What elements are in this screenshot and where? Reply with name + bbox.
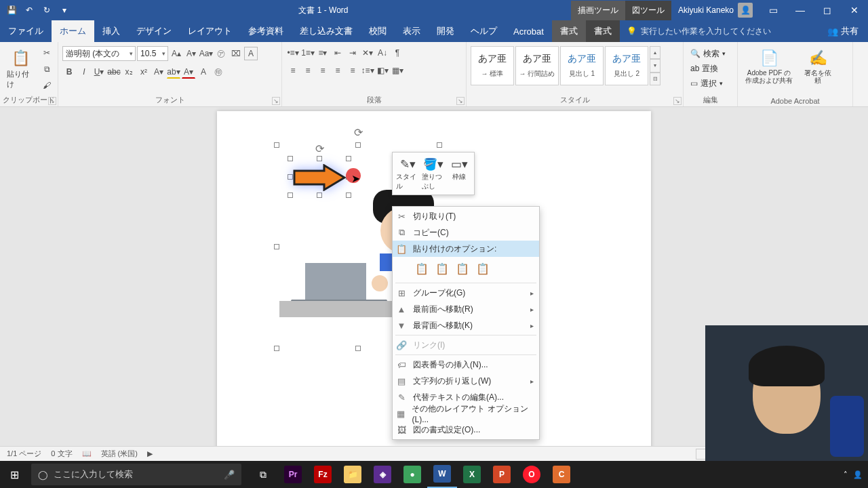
highlight-icon[interactable]: ab▾: [167, 65, 180, 79]
paragraph-dialog-launcher[interactable]: ↘: [456, 97, 465, 105]
style-expand[interactable]: ⊟: [650, 73, 660, 85]
tab-file[interactable]: ファイル: [0, 20, 52, 42]
paste-option-4[interactable]: 📋: [474, 260, 492, 277]
cut-icon[interactable]: ✂: [40, 46, 54, 60]
minimize-icon[interactable]: —: [787, 0, 814, 20]
share-button[interactable]: 👥 共有: [818, 20, 868, 42]
tab-layout[interactable]: レイアウト: [180, 20, 240, 42]
bold-icon[interactable]: B: [62, 65, 76, 79]
show-hide-icon[interactable]: ¶: [391, 46, 404, 60]
justify-icon[interactable]: ≡: [331, 64, 344, 77]
format-painter-icon[interactable]: 🖌: [40, 79, 54, 92]
tab-help[interactable]: ヘルプ: [462, 20, 505, 42]
underline-icon[interactable]: U▾: [92, 65, 106, 79]
menu-more-layout[interactable]: ▦その他のレイアウト オプション(L)...: [393, 405, 539, 422]
tab-mailings[interactable]: 差し込み文書: [292, 20, 361, 42]
redo-icon[interactable]: ↻: [39, 3, 54, 18]
line-spacing-icon[interactable]: ↕≡▾: [361, 64, 374, 77]
character-border-icon[interactable]: A: [244, 47, 258, 60]
enclose-char-icon[interactable]: ㊞: [212, 65, 225, 79]
align-left-icon[interactable]: ≡: [286, 64, 300, 77]
tab-home[interactable]: ホーム: [52, 20, 94, 42]
text-effects-icon[interactable]: A▾: [152, 65, 165, 79]
menu-copy[interactable]: ⧉コピー(C): [393, 224, 539, 241]
style-heading1[interactable]: あア亜見出し 1: [560, 46, 604, 85]
grow-font-icon[interactable]: A▴: [170, 47, 183, 60]
paste-button[interactable]: 📋 貼り付け: [4, 46, 37, 91]
style-scroll-down[interactable]: ▾: [650, 59, 660, 72]
maximize-icon[interactable]: ◻: [814, 0, 841, 20]
resize-handle[interactable]: [346, 156, 351, 161]
resize-handle[interactable]: [288, 192, 293, 198]
find-button[interactable]: 🔍検索▾: [688, 46, 728, 61]
change-case-icon[interactable]: Aa▾: [199, 47, 213, 60]
tray-up-icon[interactable]: ˄: [844, 470, 848, 479]
tab-insert[interactable]: 挿入: [94, 20, 128, 42]
mini-style-button[interactable]: ✎▾スタイル: [395, 155, 420, 192]
mini-fill-button[interactable]: 🪣▾塗りつぶし: [420, 155, 446, 192]
paste-option-2[interactable]: 📋: [433, 260, 451, 277]
decrease-indent-icon[interactable]: ⇤: [331, 46, 344, 60]
bullets-icon[interactable]: •≡▾: [286, 46, 300, 60]
tab-acrobat[interactable]: Acrobat: [505, 20, 552, 42]
tab-developer[interactable]: 開発: [429, 20, 462, 42]
subscript-icon[interactable]: x₂: [122, 65, 136, 79]
font-size-combo[interactable]: 10.5: [137, 46, 168, 61]
clear-formatting-icon[interactable]: ⌧: [229, 47, 243, 60]
replace-button[interactable]: ab置換: [688, 61, 721, 76]
resize-handle[interactable]: [288, 174, 293, 180]
shading-icon[interactable]: ◧▾: [376, 64, 389, 77]
font-dialog-launcher[interactable]: ↘: [272, 97, 280, 105]
asian-layout-icon[interactable]: ✕▾: [361, 46, 374, 60]
sort-icon[interactable]: A↓: [376, 46, 389, 60]
tab-design[interactable]: デザイン: [128, 20, 180, 42]
tab-format-drawing[interactable]: 書式: [552, 20, 586, 42]
app-excel[interactable]: X: [457, 461, 487, 488]
resize-handle[interactable]: [355, 346, 361, 351]
shrink-font-icon[interactable]: A▾: [184, 47, 198, 60]
tell-me-box[interactable]: 💡 実行したい作業を入力してください: [620, 20, 778, 42]
paste-option-3[interactable]: 📋: [454, 260, 471, 277]
undo-icon[interactable]: ↶: [22, 3, 37, 18]
character-shading-icon[interactable]: A: [197, 65, 210, 79]
task-view-icon[interactable]: ⧉: [248, 461, 278, 488]
tab-review[interactable]: 校閲: [361, 20, 395, 42]
increase-indent-icon[interactable]: ⇥: [346, 46, 359, 60]
borders-icon[interactable]: ▦▾: [391, 64, 404, 77]
font-name-combo[interactable]: 游明朝 (本文の: [62, 46, 136, 61]
app-filezilla[interactable]: Fz: [308, 461, 338, 488]
tab-view[interactable]: 表示: [395, 20, 429, 42]
resize-handle[interactable]: [274, 142, 279, 148]
phonetic-guide-icon[interactable]: ㋐: [214, 47, 228, 60]
request-signature-button[interactable]: ✍ 署名を依頼: [799, 46, 837, 85]
app-visualstudio[interactable]: ◈: [368, 461, 397, 488]
mini-outline-button[interactable]: ▭▾枠線: [446, 155, 472, 192]
status-page[interactable]: 1/1 ページ: [7, 449, 41, 459]
rotate-handle-icon[interactable]: ⟳: [315, 142, 324, 155]
qat-more-icon[interactable]: ▾: [57, 3, 72, 18]
align-right-icon[interactable]: ≡: [316, 64, 330, 77]
multilevel-list-icon[interactable]: ≡▾: [316, 46, 330, 60]
resize-handle[interactable]: [274, 346, 279, 351]
tray-people-icon[interactable]: 👤: [853, 470, 863, 479]
strikethrough-icon[interactable]: abc: [107, 65, 121, 79]
status-words[interactable]: 0 文字: [51, 449, 72, 459]
style-gallery[interactable]: あア亜→ 標準 あア亜→ 行間詰め あア亜見出し 1 あア亜見出し 2 ▴ ▾ …: [471, 46, 660, 85]
style-no-spacing[interactable]: あア亜→ 行間詰め: [515, 46, 559, 85]
style-heading2[interactable]: あア亜見出し 2: [605, 46, 648, 85]
taskbar-search[interactable]: ◯ ここに入力して検索 🎤: [31, 464, 241, 485]
menu-group[interactable]: ⊞グループ化(G)▸: [393, 285, 539, 301]
app-word[interactable]: W: [427, 461, 457, 488]
save-icon[interactable]: 💾: [4, 3, 19, 18]
app-camtasia[interactable]: C: [547, 461, 576, 488]
menu-cut[interactable]: ✂切り取り(T): [393, 208, 539, 224]
app-green[interactable]: ●: [397, 461, 427, 488]
align-center-icon[interactable]: ≡: [301, 64, 315, 77]
font-color-icon[interactable]: A▾: [182, 65, 195, 79]
resize-handle[interactable]: [346, 192, 351, 198]
resize-handle[interactable]: [288, 156, 293, 161]
start-button[interactable]: ⊞: [0, 461, 28, 488]
resize-handle[interactable]: [274, 244, 279, 249]
italic-icon[interactable]: I: [77, 65, 91, 79]
macro-icon[interactable]: ▶: [147, 449, 153, 458]
